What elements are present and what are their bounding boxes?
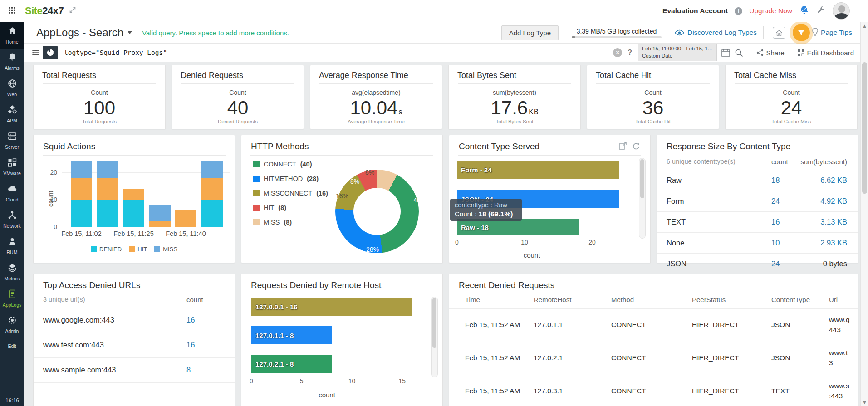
tools-wrench-icon[interactable] — [816, 5, 826, 17]
page-tips-link[interactable]: Page Tips — [821, 29, 852, 37]
page-scrollbar[interactable]: ▲ ▼ — [860, 22, 868, 406]
hbar-127.0.1.1[interactable]: 127.0.1.1 - 8 — [251, 326, 332, 344]
add-log-type-button[interactable]: Add Log Type — [501, 25, 559, 40]
donut-legend-item-missconnect[interactable]: MISSCONNECT (16) — [253, 190, 328, 197]
stacked-bar-segment-miss[interactable] — [201, 161, 223, 178]
stacked-bar-segment-denied[interactable] — [123, 200, 144, 227]
divider — [750, 46, 750, 59]
upgrade-now-link[interactable]: Upgrade Now — [749, 7, 792, 15]
screenshot-home-icon[interactable] — [773, 27, 785, 39]
stacked-bar-segment-miss[interactable] — [71, 161, 92, 178]
stacked-bar-segment-hit[interactable] — [175, 210, 196, 227]
refresh-icon[interactable] — [632, 142, 640, 152]
sidebar-item-server[interactable]: Server — [0, 127, 24, 154]
table-cell-count[interactable]: 16 — [186, 341, 195, 349]
scroll-down-arrow[interactable]: ▼ — [861, 400, 868, 405]
stacked-bar-segment-denied[interactable] — [71, 200, 92, 227]
stacked-bar-segment-denied[interactable] — [201, 200, 223, 227]
sidebar-item-apm[interactable]: APM — [0, 101, 24, 127]
table-cell-size[interactable]: 3.13 KB — [820, 218, 847, 226]
donut-legend-item-connect[interactable]: CONNECT (40) — [253, 161, 312, 168]
chart-scrollbar-thumb[interactable] — [640, 159, 644, 198]
stat-card-total-requests: Total RequestsCount100Total Requests — [33, 65, 166, 129]
donut-legend-item-hit[interactable]: HIT (8) — [253, 204, 286, 211]
sidebar-item-web[interactable]: Web — [0, 75, 24, 101]
chart-scrollbar[interactable] — [639, 158, 646, 239]
chart-scrollbar-thumb[interactable] — [432, 298, 436, 348]
x-axis-tick: Feb 15, 11:40 — [157, 230, 216, 237]
sidebar-item-rum[interactable]: RUM — [0, 233, 24, 259]
sidebar-item-alarms[interactable]: Alarms — [0, 49, 24, 75]
donut-legend-item-hitmethod[interactable]: HITMETHOD (28) — [253, 175, 319, 182]
stacked-bar-segment-miss[interactable] — [149, 205, 171, 221]
search-query-input[interactable]: logtype="Squid Proxy Logs" — [64, 49, 167, 56]
stat-value: 17.6KB — [449, 97, 580, 119]
page-title[interactable]: AppLogs - Search — [36, 26, 123, 39]
table-cell-count[interactable]: 16 — [771, 218, 780, 226]
query-list-mode-button[interactable] — [29, 46, 43, 59]
query-help-icon[interactable]: ? — [628, 49, 632, 57]
scroll-up-arrow[interactable]: ▲ — [861, 23, 868, 29]
chart-scrollbar[interactable] — [431, 297, 438, 377]
sidebar-item-edit[interactable]: Edit — [0, 338, 24, 354]
sidebar-item-metrics[interactable]: Metrics — [0, 259, 24, 285]
column-header-contenttype: ContentType — [771, 296, 810, 303]
edit-dashboard-button[interactable]: Edit Dashboard — [798, 49, 854, 57]
search-icon[interactable] — [735, 49, 743, 57]
stacked-bar-segment-miss[interactable] — [97, 161, 118, 178]
table-cell-count[interactable]: 16 — [186, 316, 195, 324]
discovered-log-types-link[interactable]: Discovered Log Types — [675, 29, 757, 37]
table-cell-size[interactable]: 6.62 KB — [820, 176, 847, 185]
donut-chart[interactable]: 8%40%28%16%8% — [335, 170, 419, 253]
table-cell-count[interactable]: 8 — [186, 366, 191, 374]
hbar-127.0.0.1[interactable]: 127.0.0.1 - 16 — [251, 298, 412, 316]
stacked-bar-segment-hit[interactable] — [123, 189, 144, 200]
table-cell-size[interactable]: 4.92 KB — [820, 197, 847, 205]
legend-item-hit[interactable]: HIT — [129, 246, 147, 253]
sidebar-item-admin[interactable]: Admin — [0, 312, 24, 338]
sidebar-item-label: Metrics — [5, 276, 20, 281]
scrollbar-thumb[interactable] — [862, 62, 867, 194]
sidebar-item-vmware[interactable]: VMware — [0, 154, 24, 180]
log-usage-bar — [572, 36, 662, 38]
sidebar-item-network[interactable]: Network — [0, 206, 24, 233]
table-cell-peerstatus: HIER_DIRECT — [692, 354, 739, 362]
app-grid-icon[interactable] — [8, 6, 16, 16]
query-chart-mode-button[interactable] — [43, 46, 58, 59]
clear-query-icon[interactable]: ✕ — [613, 48, 622, 57]
stacked-bar-segment-hit[interactable] — [97, 178, 118, 200]
notifications-bell-icon[interactable] — [799, 5, 809, 17]
expand-icon[interactable] — [69, 6, 76, 15]
table-cell-count[interactable]: 18 — [771, 176, 780, 185]
date-range-picker[interactable]: Feb 15, 11:00:00 - Feb 15, 1... Custom D… — [638, 44, 717, 61]
table-cell-count[interactable]: 10 — [771, 239, 780, 247]
log-usage-meter: 3.39 MB/5 GB logs collected — [572, 28, 662, 38]
sidebar-item-label: Admin — [5, 328, 19, 334]
site24x7-logo[interactable]: Site24x7 — [25, 5, 64, 17]
share-button[interactable]: Share — [756, 49, 785, 57]
donut-legend-item-miss[interactable]: MISS (8) — [253, 219, 292, 226]
hbar-form[interactable]: Form - 24 — [457, 161, 619, 179]
table-cell-count[interactable]: 24 — [771, 259, 780, 268]
open-in-new-icon[interactable] — [619, 142, 627, 152]
stacked-bar-segment-denied[interactable] — [97, 200, 118, 227]
calendar-icon[interactable] — [721, 49, 730, 57]
hbar-127.0.2.1[interactable]: 127.0.2.1 - 8 — [251, 355, 332, 373]
table-cell-url-line2: :443 — [829, 392, 843, 400]
stacked-bar-segment-hit[interactable] — [149, 221, 171, 227]
info-icon[interactable]: i — [735, 7, 742, 15]
legend-item-denied[interactable]: DENIED — [91, 246, 122, 253]
legend-swatch — [253, 176, 260, 182]
legend-item-miss[interactable]: MISS — [154, 246, 177, 253]
hbar-raw[interactable]: Raw - 18 — [457, 219, 579, 235]
sidebar-item-home[interactable]: Home — [0, 22, 24, 49]
stacked-bar-segment-hit[interactable] — [71, 178, 92, 200]
table-cell-count[interactable]: 24 — [771, 197, 780, 205]
chevron-down-icon[interactable] — [128, 31, 132, 34]
user-avatar[interactable] — [833, 2, 850, 20]
stacked-bar-segment-hit[interactable] — [201, 178, 223, 200]
page-tips-highlight-icon[interactable] — [793, 24, 810, 41]
sidebar-item-applogs[interactable]: AppLogs — [0, 285, 24, 312]
sidebar-item-cloud[interactable]: Cloud — [0, 180, 24, 206]
table-cell-size[interactable]: 2.93 KB — [820, 239, 847, 247]
